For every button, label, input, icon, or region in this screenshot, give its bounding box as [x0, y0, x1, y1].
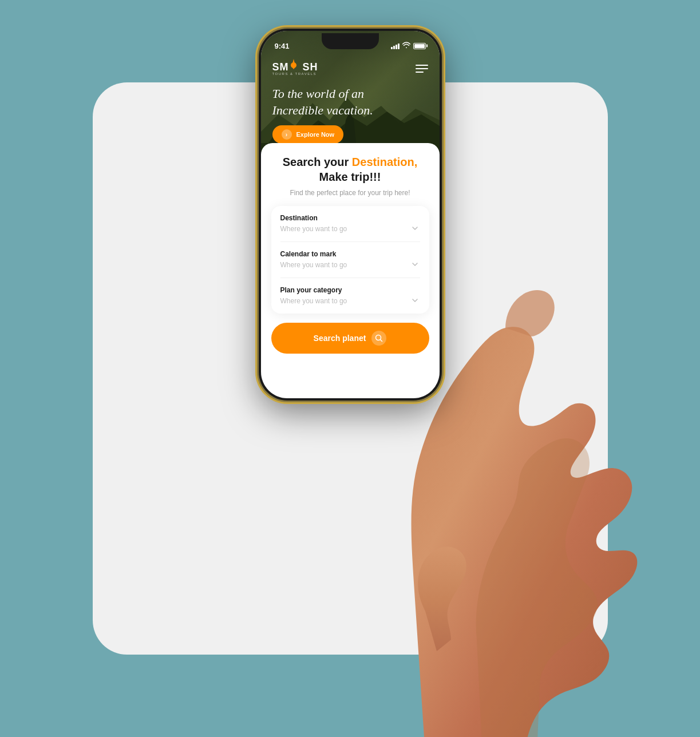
menu-line-3: [416, 72, 424, 73]
category-placeholder: Where you want to go: [280, 297, 347, 305]
calendar-label: Calendar to mark: [280, 250, 420, 258]
explore-button[interactable]: › Explore Now: [272, 125, 344, 144]
search-icon: [371, 331, 386, 346]
destination-chevron-icon: [411, 224, 420, 233]
search-card: Destination Where you want to go: [271, 206, 429, 314]
explore-arrow-icon: ›: [282, 129, 292, 140]
search-planet-button[interactable]: Search planet: [271, 323, 429, 354]
content-heading-suffix: Make trip!!!: [319, 171, 381, 183]
scene: 9:41: [0, 0, 700, 737]
battery-icon: [413, 43, 426, 49]
calendar-field[interactable]: Calendar to mark Where you want to go: [280, 242, 420, 278]
destination-value: Where you want to go: [280, 224, 420, 233]
signal-icon: [391, 43, 400, 49]
status-time: 9:41: [275, 42, 290, 50]
hero-title: To the world of an Incredible vacation.: [272, 86, 428, 118]
logo-highlight: [289, 61, 303, 73]
logo: SM SH TOURS & TRAVELS: [272, 62, 318, 76]
battery-fill: [414, 44, 425, 48]
logo-text: SM SH: [272, 62, 318, 72]
explore-button-label: Explore Now: [296, 131, 335, 138]
destination-placeholder: Where you want to go: [280, 225, 347, 233]
signal-bar-2: [393, 46, 395, 49]
hero-section: 9:41: [261, 31, 440, 154]
menu-line-1: [416, 65, 428, 66]
content-heading-prefix: Search your: [283, 156, 352, 168]
content-section: Search your Destination, Make trip!!! Fi…: [261, 143, 440, 365]
search-button-label: Search planet: [314, 334, 366, 343]
phone-notch: [322, 33, 379, 49]
category-field[interactable]: Plan your category Where you want to go: [280, 278, 420, 314]
menu-line-2: [416, 68, 428, 69]
menu-button[interactable]: [416, 65, 428, 73]
content-subtitle: Find the perfect place for your trip her…: [271, 189, 429, 197]
content-heading-highlight: Destination,: [352, 156, 417, 168]
calendar-placeholder: Where you want to go: [280, 261, 347, 269]
hero-title-line1: To the world of an: [272, 86, 365, 101]
signal-bar-4: [398, 43, 400, 49]
category-chevron-icon: [411, 296, 420, 306]
phone-screen: 9:41: [261, 31, 440, 398]
calendar-value: Where you want to go: [280, 260, 420, 270]
content-heading: Search your Destination, Make trip!!!: [271, 154, 429, 184]
destination-field[interactable]: Destination Where you want to go: [280, 206, 420, 242]
category-value: Where you want to go: [280, 296, 420, 306]
calendar-chevron-icon: [411, 260, 420, 270]
signal-bar-1: [391, 47, 393, 49]
phone-wrapper: 9:41: [259, 29, 442, 401]
destination-label: Destination: [280, 214, 420, 222]
hero-title-line2: Incredible vacation.: [272, 103, 373, 117]
phone-device: 9:41: [259, 29, 442, 401]
signal-bar-3: [396, 45, 397, 49]
status-icons: [391, 42, 426, 50]
category-label: Plan your category: [280, 286, 420, 294]
hero-text: To the world of an Incredible vacation. …: [261, 80, 440, 149]
nav-bar: SM SH TOURS & TRAVELS: [261, 56, 440, 80]
wifi-icon: [402, 42, 410, 50]
